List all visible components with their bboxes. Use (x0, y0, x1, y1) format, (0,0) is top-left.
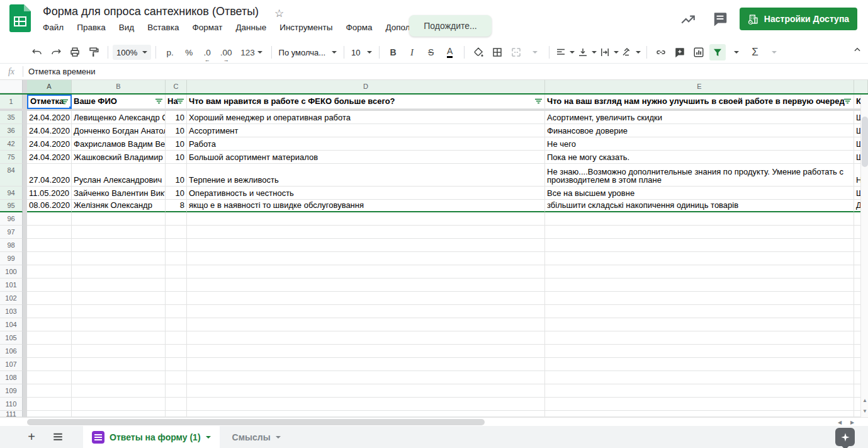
cell-E103[interactable] (545, 305, 854, 318)
merge-dropdown[interactable] (527, 44, 543, 60)
cell-E84[interactable]: Не знаю....Возможно дополнительные знани… (545, 164, 854, 187)
insert-link-button[interactable] (653, 44, 669, 60)
formula-input[interactable]: Отметка времени (23, 67, 96, 76)
cell-B109[interactable] (72, 384, 166, 398)
row-header-110[interactable]: 110 (0, 398, 23, 411)
vertical-scrollbar[interactable]: ▲ ▼ (860, 95, 868, 417)
cell-D109[interactable] (187, 384, 545, 398)
header-cell-A1[interactable]: Отметка (27, 95, 72, 109)
column-filter-icon[interactable] (176, 98, 184, 105)
functions-dropdown[interactable] (766, 44, 782, 60)
cell-D105[interactable] (187, 331, 545, 345)
row-header-111[interactable]: 111 (0, 411, 23, 417)
activity-trend-icon[interactable] (680, 11, 696, 28)
bold-button[interactable]: B (385, 44, 402, 60)
column-header-E[interactable]: E (545, 80, 854, 93)
cell-D95[interactable]: якщо е в наявності то швидке обслуговува… (187, 200, 545, 212)
row-header-84[interactable]: 84 (0, 164, 23, 187)
font-select[interactable]: По умолча... (276, 48, 340, 57)
format-currency-button[interactable]: р. (162, 44, 178, 60)
row-header-100[interactable]: 100 (0, 265, 23, 279)
cell-E106[interactable] (545, 345, 854, 358)
row-header-105[interactable]: 105 (0, 331, 23, 345)
menu-3[interactable]: Вид (119, 23, 134, 32)
cell-A75[interactable]: 24.04.2020 (27, 151, 72, 164)
cell-E109[interactable] (545, 384, 854, 398)
cell-B103[interactable] (72, 305, 166, 318)
cell-D104[interactable] (187, 318, 545, 331)
cell-A106[interactable] (27, 345, 72, 358)
fill-color-button[interactable] (470, 44, 487, 60)
cell-C97[interactable] (166, 226, 187, 239)
cell-E99[interactable] (545, 252, 854, 265)
cell-A105[interactable] (27, 331, 72, 345)
cell-C99[interactable] (166, 252, 187, 265)
row-header-99[interactable]: 99 (0, 252, 23, 265)
cell-B99[interactable] (72, 252, 166, 265)
cell-D97[interactable] (187, 226, 545, 239)
cell-D96[interactable] (187, 212, 545, 226)
cell-D102[interactable] (187, 292, 545, 305)
more-formats-button[interactable]: 123 (237, 44, 265, 60)
cell-C84[interactable]: 10 (166, 164, 187, 187)
cell-C110[interactable] (166, 398, 187, 411)
column-header-D[interactable]: D (187, 80, 545, 93)
row-header-106[interactable]: 106 (0, 345, 23, 358)
cell-C42[interactable]: 10 (166, 137, 187, 151)
cell-C103[interactable] (166, 305, 187, 318)
cell-E108[interactable] (545, 371, 854, 384)
cell-D36[interactable]: Ассортимент (187, 124, 545, 137)
cell-A84[interactable]: 27.04.2020 (27, 164, 72, 187)
format-percent-button[interactable]: % (181, 44, 197, 60)
header-cell-C1[interactable]: На (166, 95, 187, 109)
column-filter-icon[interactable] (155, 98, 163, 105)
cell-C36[interactable]: 10 (166, 124, 187, 137)
cell-B111[interactable] (72, 411, 166, 417)
functions-button[interactable]: Σ (747, 44, 764, 60)
vertical-scrollbar-thumb[interactable] (862, 117, 868, 167)
row-header-95[interactable]: 95 (0, 200, 23, 212)
cell-A110[interactable] (27, 398, 72, 411)
column-header-C[interactable]: C (166, 80, 187, 93)
cell-A108[interactable] (27, 371, 72, 384)
select-all-corner[interactable] (0, 80, 23, 93)
row-header-109[interactable]: 109 (0, 384, 23, 398)
cell-C100[interactable] (166, 265, 187, 279)
print-button[interactable] (67, 44, 83, 60)
insert-chart-button[interactable] (690, 44, 707, 60)
insert-comment-button[interactable] (672, 44, 688, 60)
row-header-98[interactable]: 98 (0, 239, 23, 252)
strikethrough-button[interactable]: S (423, 44, 439, 60)
cell-D106[interactable] (187, 345, 545, 358)
cell-D75[interactable]: Большой асортимент материалов (187, 151, 545, 164)
explore-button[interactable] (835, 428, 855, 446)
share-settings-button[interactable]: Настройки Доступа (740, 8, 857, 30)
column-filter-icon[interactable] (534, 98, 543, 105)
all-sheets-button[interactable] (50, 430, 65, 445)
row-header-97[interactable]: 97 (0, 226, 23, 239)
cell-B102[interactable] (72, 292, 166, 305)
cell-C109[interactable] (166, 384, 187, 398)
column-header-B[interactable]: B (72, 80, 166, 93)
cell-B97[interactable] (72, 226, 166, 239)
row-header-102[interactable]: 102 (0, 292, 23, 305)
cell-A111[interactable] (27, 411, 72, 417)
cell-A107[interactable] (27, 358, 72, 371)
cell-A100[interactable] (27, 265, 72, 279)
cell-E42[interactable]: Не чего (545, 137, 854, 151)
cell-C75[interactable]: 10 (166, 151, 187, 164)
cell-E98[interactable] (545, 239, 854, 252)
cell-C108[interactable] (166, 371, 187, 384)
cell-C96[interactable] (166, 212, 187, 226)
cell-A97[interactable] (27, 226, 72, 239)
row-header-1[interactable]: 1 (0, 95, 23, 109)
zoom-select[interactable]: 100% (113, 45, 151, 60)
cell-E104[interactable] (545, 318, 854, 331)
row-header-42[interactable]: 42 (0, 137, 23, 151)
cell-B42[interactable]: Фахрисламов Вадим Ве (72, 137, 166, 151)
cell-B107[interactable] (72, 358, 166, 371)
cell-A94[interactable]: 11.05.2020 (27, 187, 72, 200)
horizontal-scrollbar[interactable]: ◀ ▶ (0, 417, 868, 426)
menu-6[interactable]: Данные (235, 23, 266, 32)
row-header-75[interactable]: 75 (0, 151, 23, 164)
